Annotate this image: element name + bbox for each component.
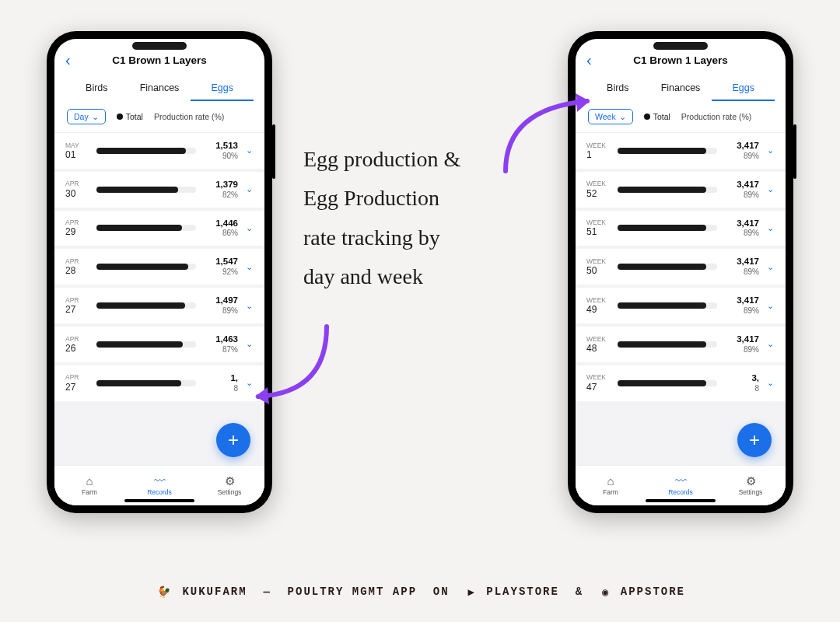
legend-total: Total: [644, 112, 670, 121]
nav-farm[interactable]: ⌂Farm: [54, 466, 124, 505]
list-item[interactable]: WEEK13,41789%⌄: [576, 133, 786, 169]
brand-name: KUKUFARM: [182, 585, 247, 598]
chevron-down-icon[interactable]: ⌄: [246, 262, 254, 272]
list-item[interactable]: MAY011,51390%⌄: [54, 133, 264, 169]
date-label: APR26: [65, 335, 89, 355]
brand-icon: 🐓: [157, 585, 172, 599]
progress-bar: [96, 225, 196, 231]
progress-bar: [618, 302, 717, 309]
phone-mockup-week: ‹ C1 Brown 1 Layers Birds Finances Eggs …: [568, 31, 793, 513]
date-label: WEEK48: [586, 335, 610, 355]
progress-bar: [96, 264, 196, 270]
chevron-down-icon: ⌄: [619, 112, 626, 121]
list-item[interactable]: APR291,44686%⌄: [54, 211, 264, 246]
chevron-down-icon[interactable]: ⌄: [767, 339, 775, 349]
home-indicator: [124, 499, 194, 502]
list-item[interactable]: APR271,8⌄: [54, 365, 264, 401]
list-item[interactable]: WEEK503,41789%⌄: [576, 249, 786, 285]
app-header: ‹ C1 Brown 1 Layers: [576, 39, 786, 72]
value-cell: 3,8: [725, 373, 759, 393]
home-indicator: [646, 499, 716, 502]
tab-eggs[interactable]: Eggs: [712, 78, 775, 101]
progress-bar: [618, 380, 717, 386]
app-header: ‹ C1 Brown 1 Layers: [54, 39, 264, 72]
list-item[interactable]: APR271,49789%⌄: [54, 288, 264, 323]
list-item[interactable]: WEEK513,41789%⌄: [576, 211, 786, 246]
chevron-down-icon[interactable]: ⌄: [767, 145, 775, 156]
legend-dot-icon: [117, 114, 123, 120]
tab-birds[interactable]: Birds: [65, 78, 128, 101]
value-cell: 1,8: [204, 373, 238, 393]
progress-bar: [618, 264, 717, 270]
list-item[interactable]: APR281,54792%⌄: [54, 249, 264, 285]
progress-bar: [96, 380, 196, 386]
nav-settings[interactable]: ⚙Settings: [716, 466, 786, 505]
tab-finances[interactable]: Finances: [128, 78, 191, 101]
date-label: WEEK49: [586, 296, 610, 316]
home-icon: ⌂: [86, 475, 93, 487]
back-icon[interactable]: ‹: [65, 51, 71, 69]
tabs: Birds Finances Eggs: [54, 72, 264, 101]
chevron-down-icon[interactable]: ⌄: [767, 223, 775, 233]
list-item[interactable]: WEEK493,41789%⌄: [576, 288, 786, 323]
progress-bar: [96, 187, 196, 193]
phone-side-button: [272, 124, 275, 179]
tagline: POULTRY MGMT APP: [288, 585, 417, 598]
progress-bar: [96, 302, 196, 309]
value-cell: 1,46387%: [204, 334, 238, 355]
list-item[interactable]: WEEK523,41789%⌄: [576, 172, 786, 208]
list-item[interactable]: APR261,46387%⌄: [54, 327, 264, 362]
chevron-down-icon[interactable]: ⌄: [767, 378, 775, 388]
arrow-to-week: [498, 86, 599, 179]
promo-footer: 🐓 KUKUFARM — POULTRY MGMT APP ON ▶ PLAYS…: [0, 585, 840, 599]
nav-settings[interactable]: ⚙Settings: [194, 466, 264, 505]
tab-eggs[interactable]: Eggs: [191, 78, 254, 101]
date-label: APR29: [65, 218, 89, 238]
arrow-to-day: [249, 319, 342, 412]
value-cell: 3,41789%: [725, 257, 759, 277]
range-selector[interactable]: Day ⌄: [67, 109, 106, 124]
appstore-icon: ◉: [602, 585, 610, 599]
value-cell: 1,44686%: [204, 218, 238, 239]
gear-icon: ⚙: [746, 475, 756, 487]
legend-dot-icon: [644, 114, 650, 120]
back-icon[interactable]: ‹: [586, 51, 592, 69]
list-item[interactable]: WEEK483,41789%⌄: [576, 327, 786, 362]
playstore-label: PLAYSTORE: [486, 585, 559, 598]
date-label: WEEK51: [586, 218, 610, 238]
value-cell: 3,41789%: [725, 141, 759, 161]
date-label: MAY01: [65, 142, 89, 161]
list-item[interactable]: APR301,37982%⌄: [54, 172, 264, 208]
chevron-down-icon[interactable]: ⌄: [767, 184, 775, 194]
value-cell: 1,51390%: [204, 141, 238, 161]
value-cell: 3,41789%: [725, 180, 759, 200]
legend-total: Total: [117, 112, 143, 121]
chevron-down-icon[interactable]: ⌄: [767, 301, 775, 311]
add-button[interactable]: +: [216, 423, 250, 457]
chevron-down-icon[interactable]: ⌄: [246, 184, 254, 194]
list-item[interactable]: WEEK473,8⌄: [576, 365, 786, 401]
playstore-icon: ▶: [467, 585, 475, 599]
page-title: C1 Brown 1 Layers: [633, 54, 728, 66]
chevron-down-icon: ⌄: [92, 112, 99, 121]
value-cell: 3,41789%: [725, 218, 759, 239]
chevron-down-icon[interactable]: ⌄: [246, 301, 254, 311]
page-title: C1 Brown 1 Layers: [112, 54, 207, 66]
chevron-down-icon[interactable]: ⌄: [767, 262, 775, 272]
date-label: APR30: [65, 180, 89, 199]
progress-bar: [96, 148, 196, 154]
phone-mockup-day: ‹ C1 Brown 1 Layers Birds Finances Eggs …: [47, 31, 272, 513]
date-label: APR28: [65, 257, 89, 277]
app-screen-week: ‹ C1 Brown 1 Layers Birds Finances Eggs …: [576, 39, 786, 505]
value-cell: 1,49789%: [204, 295, 238, 316]
add-button[interactable]: +: [737, 423, 772, 457]
date-label: WEEK50: [586, 257, 610, 277]
filter-row: Week ⌄ Total Production rate (%): [576, 101, 786, 132]
progress-bar: [96, 341, 196, 348]
nav-farm[interactable]: ⌂Farm: [576, 466, 646, 505]
chevron-down-icon[interactable]: ⌄: [246, 145, 254, 156]
progress-bar: [618, 187, 717, 193]
chevron-down-icon[interactable]: ⌄: [246, 223, 254, 233]
tab-finances[interactable]: Finances: [649, 78, 712, 101]
progress-bar: [618, 225, 717, 231]
